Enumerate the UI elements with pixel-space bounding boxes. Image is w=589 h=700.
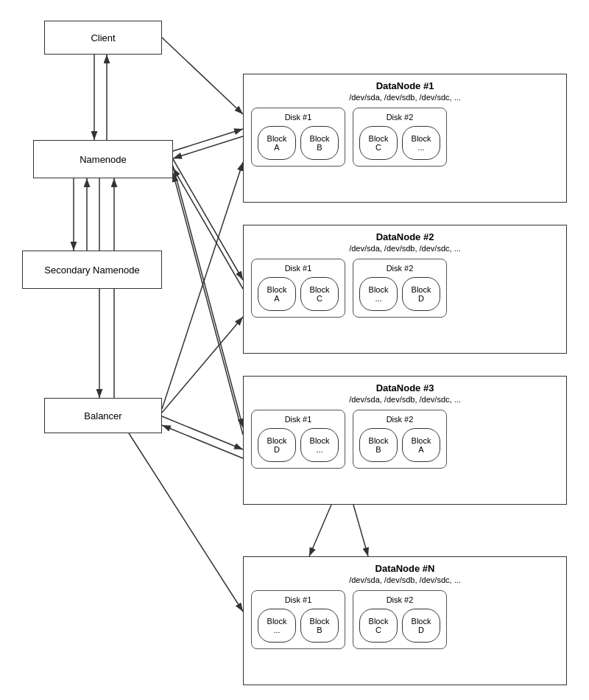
dn2-d2-block-d: BlockD xyxy=(402,277,440,311)
dn3-d2-block-b: BlockB xyxy=(359,428,398,462)
svg-line-5 xyxy=(173,129,243,151)
svg-line-15 xyxy=(162,162,243,409)
svg-line-18 xyxy=(162,425,243,458)
datanode-1: DataNode #1 /dev/sda, /dev/sdb, /dev/sdc… xyxy=(243,74,567,203)
dnn-d2-block-d: BlockD xyxy=(402,609,440,643)
dn3-disk2: Disk #2 BlockB BlockA xyxy=(353,410,447,469)
dn2-disk1: Disk #1 BlockA BlockC xyxy=(251,259,345,318)
svg-line-6 xyxy=(173,136,243,158)
dn2-d1-block-c: BlockC xyxy=(300,277,339,311)
datanode-2-subtitle: /dev/sda, /dev/sdb, /dev/sdc, ... xyxy=(251,244,559,253)
svg-line-7 xyxy=(173,159,243,280)
balancer-node: Balancer xyxy=(44,398,162,433)
diagram: Client Namenode Secondary Namenode Balan… xyxy=(0,0,589,700)
dn1-disk2: Disk #2 BlockC Block... xyxy=(353,108,447,167)
svg-line-17 xyxy=(162,416,243,449)
dn2-d2-block-dots: Block... xyxy=(359,277,398,311)
svg-line-9 xyxy=(173,166,243,427)
svg-line-21 xyxy=(353,505,368,556)
dn1-disk1: Disk #1 BlockA BlockB xyxy=(251,108,345,167)
client-node: Client xyxy=(44,21,162,55)
datanode-n-title: DataNode #N xyxy=(251,563,559,574)
dn1-d1-block-b: BlockB xyxy=(300,126,339,160)
svg-line-19 xyxy=(129,433,243,612)
dn1-d2-block-dots: Block... xyxy=(402,126,440,160)
datanode-1-subtitle: /dev/sda, /dev/sdb, /dev/sdc, ... xyxy=(251,93,559,102)
dn3-disk1: Disk #1 BlockD Block... xyxy=(251,410,345,469)
secondary-namenode-node: Secondary Namenode xyxy=(22,251,162,289)
svg-line-8 xyxy=(173,168,243,289)
datanode-n-subtitle: /dev/sda, /dev/sdb, /dev/sdc, ... xyxy=(251,575,559,584)
svg-line-20 xyxy=(309,505,331,556)
dnn-disk2: Disk #2 BlockC BlockD xyxy=(353,590,447,649)
dn1-d2-block-c: BlockC xyxy=(359,126,398,160)
dnn-d1-block-b: BlockB xyxy=(300,609,339,643)
datanode-1-title: DataNode #1 xyxy=(251,80,559,91)
secondary-namenode-label: Secondary Namenode xyxy=(44,265,139,276)
dn1-d1-block-a: BlockA xyxy=(258,126,296,160)
svg-line-16 xyxy=(162,317,243,413)
dn3-d1-block-dots: Block... xyxy=(300,428,339,462)
datanode-n: DataNode #N /dev/sda, /dev/sdb, /dev/sdc… xyxy=(243,556,567,685)
dn2-d1-block-a: BlockA xyxy=(258,277,296,311)
datanode-2-title: DataNode #2 xyxy=(251,231,559,242)
client-label: Client xyxy=(91,32,115,43)
svg-line-10 xyxy=(173,173,243,435)
dnn-d1-block-dots: Block... xyxy=(258,609,296,643)
dn2-disk2: Disk #2 Block... BlockD xyxy=(353,259,447,318)
dn3-d1-block-d: BlockD xyxy=(258,428,296,462)
datanode-2: DataNode #2 /dev/sda, /dev/sdb, /dev/sdc… xyxy=(243,225,567,354)
balancer-label: Balancer xyxy=(84,410,121,421)
datanode-3: DataNode #3 /dev/sda, /dev/sdb, /dev/sdc… xyxy=(243,376,567,505)
svg-line-4 xyxy=(162,38,243,114)
dnn-d2-block-c: BlockC xyxy=(359,609,398,643)
datanode-3-subtitle: /dev/sda, /dev/sdb, /dev/sdc, ... xyxy=(251,395,559,404)
namenode-node: Namenode xyxy=(33,140,173,178)
datanode-3-title: DataNode #3 xyxy=(251,382,559,393)
dnn-disk1: Disk #1 Block... BlockB xyxy=(251,590,345,649)
namenode-label: Namenode xyxy=(80,154,127,165)
dn3-d2-block-a: BlockA xyxy=(402,428,440,462)
